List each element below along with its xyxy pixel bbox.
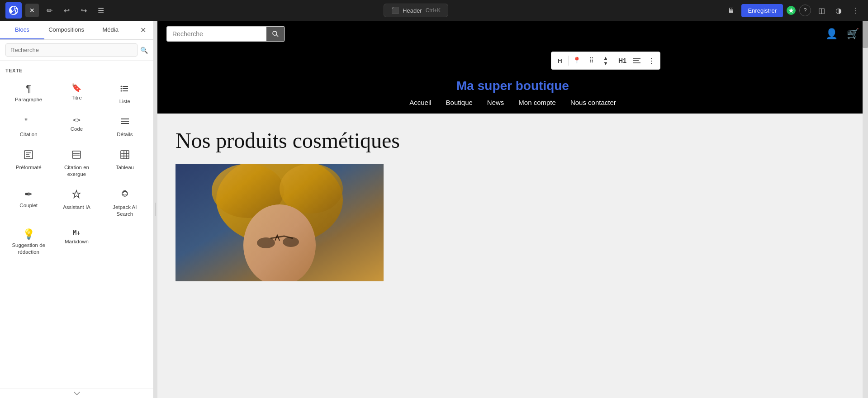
titre-icon: 🔖 [71,84,81,92]
search-input[interactable] [5,43,138,57]
nav-accueil[interactable]: Accueil [409,99,431,106]
resize-handle[interactable] [154,21,157,398]
couplet-label: Couplet [19,202,38,209]
site-search-button[interactable] [266,27,285,41]
svg-text:": " [24,117,28,127]
section-texte-label: TEXTE [5,68,148,73]
header-block-icon: ⬛ [391,7,399,14]
block-more-options[interactable]: ⋮ [644,53,659,68]
heading-h1-button[interactable]: H1 [615,53,630,68]
block-couplet[interactable]: ✒ Couplet [5,184,52,222]
help-button[interactable]: ? [799,5,811,16]
markdown-label: Markdown [65,238,89,245]
code-icon: <> [73,117,81,123]
couplet-icon: ✒ [24,190,33,199]
keyboard-shortcut: Ctrl+K [426,7,441,14]
close-editor-button[interactable]: ✕ [25,4,39,17]
tab-media[interactable]: Média [88,21,133,39]
page-heading: Nos produits cosmétiques [175,128,850,153]
main-layout: Blocs Compositions Média ✕ 🔍 TEXTE ¶ Par… [0,21,868,398]
block-markdown[interactable]: M↓ Markdown [53,223,100,260]
site-search-box [166,26,285,42]
cart-icon[interactable]: 🛒 [847,28,859,40]
header-pill[interactable]: ⬛ Header Ctrl+K [384,4,448,17]
svg-point-38 [283,237,299,247]
block-align-button[interactable] [630,53,644,68]
redo-button[interactable]: ↪ [77,4,90,17]
suggestion-icon: 💡 [23,229,35,239]
block-citation[interactable]: " Citation [5,111,52,142]
block-drag-button[interactable]: ⠿ [584,53,598,68]
sidebar-scroll-bottom[interactable] [0,389,153,398]
sidebar-tabs: Blocs Compositions Média ✕ [0,21,153,40]
svg-rect-14 [72,151,81,158]
nav-boutique[interactable]: Boutique [446,99,473,106]
site-search-input[interactable] [167,27,266,41]
desktop-view-button[interactable]: 🖥 [724,4,738,17]
block-location-button[interactable]: 📍 [569,53,584,68]
blocks-grid: ¶ Paragraphe 🔖 Titre Liste [5,78,148,260]
toolbar-right: 🖥 Enregistrer ? ◫ ◑ ⋮ [724,4,863,17]
citation-label: Citation [20,131,38,138]
suggestion-label: Suggestion de rédaction [8,242,49,256]
account-icon[interactable]: 👤 [825,28,838,40]
top-toolbar: ✕ ✏ ↩ ↪ ☰ ⬛ Header Ctrl+K 🖥 Enregistrer … [0,0,868,21]
block-paragraphe[interactable]: ¶ Paragraphe [5,78,52,109]
nav-mon-compte[interactable]: Mon compte [518,99,556,106]
block-toolbar-wrapper: H 📍 ⠿ ▲▼ H1 ⋮ [157,47,868,74]
search-icon: 🔍 [140,47,148,54]
canvas-area[interactable]: 👤 🛒 H 📍 ⠿ ▲▼ H1 ⋮ [157,21,868,398]
block-type-button[interactable]: H [553,53,567,68]
block-floating-toolbar: H 📍 ⠿ ▲▼ H1 ⋮ [551,52,660,70]
jetpack-status-icon[interactable] [787,6,796,15]
paragraphe-icon: ¶ [26,84,31,94]
svg-point-27 [273,31,277,35]
contrast-button[interactable]: ◑ [832,4,845,17]
header-label: Header [403,7,422,14]
assistant-ia-icon [71,190,81,201]
svg-point-4 [120,88,122,90]
site-title[interactable]: Ma super boutique [456,79,569,93]
preformate-label: Préformaté [16,164,42,171]
tab-blocs[interactable]: Blocs [0,21,44,39]
nav-news[interactable]: News [487,99,504,106]
block-titre[interactable]: 🔖 Titre [53,78,100,109]
undo-button[interactable]: ↩ [60,4,73,17]
sidebar-search-area: 🔍 [0,40,153,61]
block-tableau[interactable]: Tableau [102,144,148,182]
block-liste[interactable]: Liste [102,78,148,109]
block-assistant-ia[interactable]: Assistant IA [53,184,100,222]
wordpress-logo[interactable] [5,2,22,19]
nav-nous-contacter[interactable]: Nous contacter [570,99,616,106]
save-button[interactable]: Enregistrer [741,4,783,17]
more-options-button[interactable]: ⋮ [849,4,863,17]
block-move-up-button[interactable]: ▲▼ [598,53,613,68]
block-citation-exergue[interactable]: Citation en exergue [53,144,100,182]
block-suggestion[interactable]: 💡 Suggestion de rédaction [5,223,52,260]
assistant-ia-label: Assistant IA [63,204,90,211]
sidebar-content: TEXTE ¶ Paragraphe 🔖 Titre Liste [0,61,153,389]
block-jetpack-ai[interactable]: Jetpack AI Search [102,184,148,222]
block-details[interactable]: Détails [102,111,148,142]
content-area: Nos produits cosmétiques [157,114,868,296]
jetpack-ai-icon [120,190,130,201]
split-view-button[interactable]: ◫ [815,4,828,17]
details-label: Détails [117,131,133,138]
svg-point-24 [126,192,127,193]
block-code[interactable]: <> Code [53,111,100,142]
edit-icon[interactable]: ✏ [43,4,56,17]
svg-rect-17 [121,151,129,159]
block-preformate[interactable]: Préformaté [5,144,52,182]
sidebar-close-button[interactable]: ✕ [133,21,153,39]
code-label: Code [71,126,83,133]
menu-button[interactable]: ☰ [94,4,108,17]
site-navigation: Accueil Boutique News Mon compte Nous co… [157,93,868,114]
citation-icon: " [24,117,33,128]
site-header: 👤 🛒 [157,21,868,47]
svg-point-23 [123,192,124,193]
canvas-scrollbar-thumb[interactable] [863,21,868,48]
toolbar-separator-1 [568,56,569,66]
tab-compositions[interactable]: Compositions [44,21,89,39]
tableau-label: Tableau [116,164,134,171]
svg-point-3 [120,86,122,87]
